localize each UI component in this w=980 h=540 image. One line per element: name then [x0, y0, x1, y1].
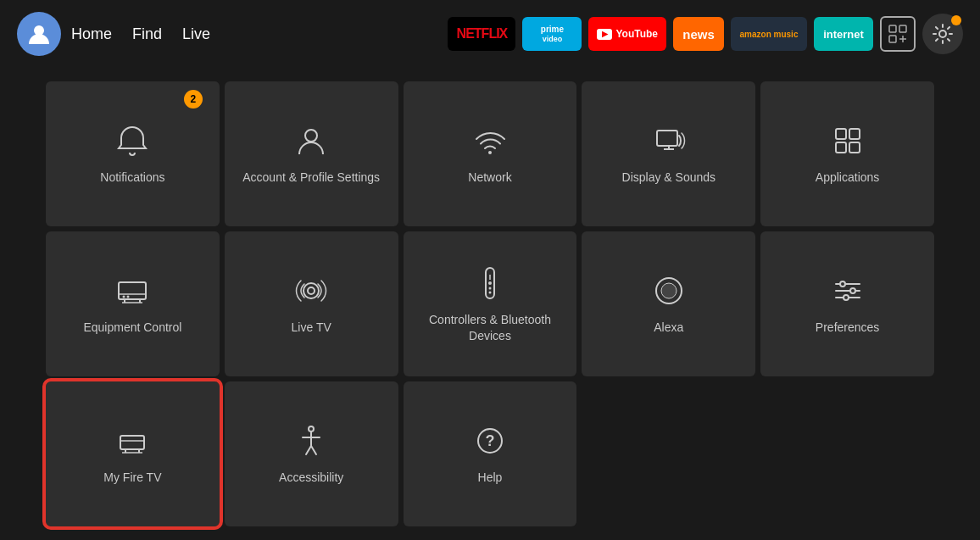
- grid-item-my-fire-tv[interactable]: My Fire TV: [46, 381, 220, 526]
- nav-links: Home Find Live: [71, 22, 210, 47]
- antenna-icon: [292, 272, 330, 309]
- grid-item-network[interactable]: Network: [404, 81, 577, 226]
- nav-home[interactable]: Home: [71, 22, 112, 47]
- accessibility-icon: [292, 422, 330, 459]
- controllers-label: Controllers & Bluetooth Devices: [410, 312, 571, 342]
- preferences-label: Preferences: [816, 320, 879, 335]
- applications-label: Applications: [816, 170, 880, 185]
- add-app-button[interactable]: [880, 16, 916, 52]
- svg-point-29: [488, 287, 491, 290]
- svg-point-36: [840, 281, 845, 287]
- svg-point-38: [844, 295, 849, 300]
- bell-icon: [114, 122, 151, 159]
- settings-grid: 2 Notifications Account & Profile Settin…: [0, 68, 980, 540]
- svg-rect-3: [889, 36, 896, 42]
- my-fire-tv-label: My Fire TV: [103, 470, 161, 485]
- svg-rect-39: [120, 436, 144, 449]
- apps-icon: [829, 122, 866, 159]
- monitor-sound-icon: [650, 122, 688, 159]
- svg-rect-2: [899, 25, 906, 32]
- internet-app-btn[interactable]: internet: [814, 17, 873, 51]
- help-label: Help: [478, 470, 503, 485]
- person-icon: [292, 122, 330, 159]
- top-nav: Home Find Live NETFLIX prime video ▶ You…: [0, 0, 980, 68]
- prime-video-app-btn[interactable]: prime video: [522, 17, 582, 51]
- svg-rect-12: [836, 129, 846, 139]
- accessibility-label: Accessibility: [279, 470, 343, 485]
- wifi-icon: [471, 122, 509, 159]
- youtube-app-btn[interactable]: ▶ YouTube: [588, 17, 666, 51]
- grid-item-live-tv[interactable]: Live TV: [225, 231, 398, 376]
- account-label: Account & Profile Settings: [242, 170, 380, 185]
- notifications-label: Notifications: [100, 170, 164, 185]
- svg-line-47: [306, 446, 311, 454]
- svg-point-22: [123, 296, 125, 298]
- svg-point-7: [305, 130, 317, 142]
- network-label: Network: [468, 170, 511, 185]
- svg-text:?: ?: [485, 432, 494, 449]
- svg-point-44: [309, 426, 314, 431]
- help-icon: ?: [471, 422, 509, 459]
- grid-item-accessibility[interactable]: Accessibility: [225, 381, 398, 526]
- alexa-label: Alexa: [654, 320, 683, 335]
- amazon-music-app-btn[interactable]: amazon music: [731, 17, 807, 51]
- grid-item-equipment-control[interactable]: Equipment Control: [46, 231, 220, 376]
- grid-item-display-sounds[interactable]: Display & Sounds: [582, 81, 755, 226]
- svg-point-23: [127, 296, 130, 298]
- netflix-app-btn[interactable]: NETFLIX: [448, 17, 515, 51]
- svg-point-24: [303, 283, 319, 298]
- sliders-icon: [829, 272, 866, 309]
- svg-point-6: [939, 31, 946, 37]
- live-tv-label: Live TV: [292, 320, 331, 335]
- equipment-control-label: Equipment Control: [83, 320, 181, 335]
- settings-button[interactable]: [922, 14, 963, 54]
- svg-point-8: [488, 151, 492, 154]
- svg-point-30: [488, 292, 491, 294]
- nav-apps: NETFLIX prime video ▶ YouTube news amazo…: [448, 14, 963, 54]
- grid-item-alexa[interactable]: Alexa: [582, 231, 755, 376]
- settings-notification-dot: [951, 15, 961, 25]
- nav-find[interactable]: Find: [132, 22, 162, 47]
- grid-item-controllers[interactable]: Controllers & Bluetooth Devices: [404, 231, 577, 376]
- svg-rect-15: [849, 142, 860, 153]
- fire-tv-icon: [114, 422, 151, 459]
- news-app-btn[interactable]: news: [673, 17, 724, 51]
- remote-icon: [471, 264, 509, 302]
- tv-icon: [114, 272, 151, 309]
- svg-point-25: [308, 287, 315, 294]
- nav-live[interactable]: Live: [182, 22, 210, 47]
- display-sounds-label: Display & Sounds: [622, 170, 716, 185]
- grid-item-preferences[interactable]: Preferences: [760, 231, 934, 376]
- grid-item-applications[interactable]: Applications: [760, 81, 934, 226]
- svg-rect-14: [836, 142, 846, 153]
- svg-rect-9: [657, 131, 677, 146]
- svg-line-48: [311, 446, 316, 454]
- grid-item-account[interactable]: Account & Profile Settings: [225, 81, 398, 226]
- svg-point-28: [488, 281, 492, 285]
- svg-point-32: [661, 283, 677, 298]
- grid-item-help[interactable]: ? Help: [404, 381, 577, 526]
- grid-item-notifications[interactable]: 2 Notifications: [46, 81, 220, 226]
- svg-point-37: [850, 288, 855, 293]
- svg-rect-13: [849, 129, 860, 139]
- alexa-icon: [650, 272, 688, 309]
- svg-rect-1: [889, 25, 896, 32]
- notification-badge: 2: [184, 90, 203, 109]
- user-avatar[interactable]: [17, 12, 61, 56]
